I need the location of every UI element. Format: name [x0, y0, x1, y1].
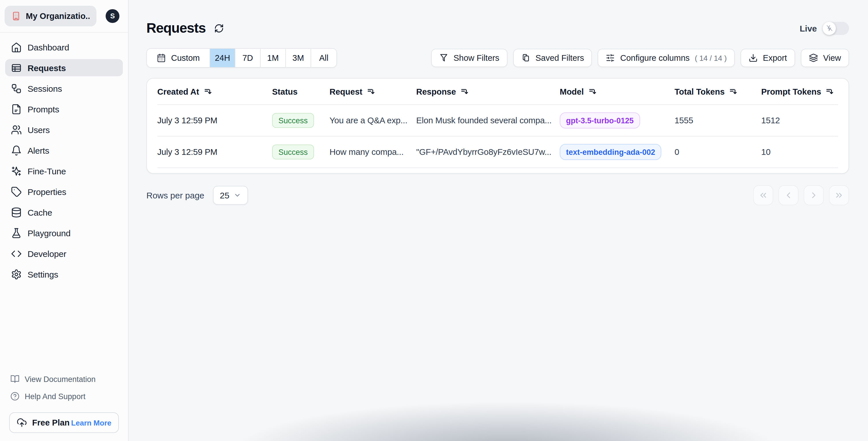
- org-switcher-button[interactable]: My Organizatio...: [5, 6, 96, 26]
- table-icon: [10, 62, 22, 73]
- help-and-support-link[interactable]: Help And Support: [5, 389, 123, 403]
- sidebar-item-users[interactable]: Users: [5, 121, 123, 138]
- column-header-status[interactable]: Status: [272, 87, 330, 96]
- total-tokens-cell: 1555: [675, 116, 761, 125]
- bell-icon: [10, 144, 22, 156]
- table-row[interactable]: July 3 12:59 PM Success You are a Q&A ex…: [147, 105, 848, 136]
- column-label: Created At: [157, 87, 199, 96]
- building-icon: [11, 11, 21, 21]
- sidebar-item-label: Sessions: [28, 83, 62, 93]
- sidebar-nav: Dashboard Requests Sessions Prompts User…: [0, 33, 128, 286]
- column-label: Prompt Tokens: [761, 87, 821, 96]
- response-cell: Elon Musk founded several compa...: [416, 116, 560, 125]
- view-documentation-link[interactable]: View Documentation: [5, 372, 123, 386]
- live-control: Live: [800, 22, 849, 35]
- app: My Organizatio... S Dashboard Requests S…: [0, 0, 868, 441]
- book-open-icon: [10, 374, 20, 384]
- file-icon: [10, 103, 22, 115]
- sidebar-item-label: Users: [28, 125, 50, 134]
- sidebar-item-playground[interactable]: Playground: [5, 224, 123, 241]
- flask-icon: [10, 227, 22, 239]
- sidebar-item-prompts[interactable]: Prompts: [5, 100, 123, 117]
- view-button[interactable]: View: [801, 49, 849, 67]
- help-circle-icon: [10, 392, 20, 401]
- sidebar-item-settings[interactable]: Settings: [5, 266, 123, 283]
- learn-more-link[interactable]: Learn More: [71, 418, 112, 427]
- sidebar-item-label: Playground: [28, 228, 71, 238]
- sidebar-item-label: Alerts: [28, 145, 50, 155]
- cloud-upload-icon: [17, 417, 27, 428]
- sidebar-item-cache[interactable]: Cache: [5, 204, 123, 221]
- status-badge: Success: [272, 113, 314, 128]
- time-range-7d[interactable]: 7D: [236, 49, 260, 67]
- time-range-control: Custom 24H 7D 1M 3M All: [146, 48, 337, 68]
- status-cell: Success: [272, 113, 330, 128]
- sidebar-item-developer[interactable]: Developer: [5, 245, 123, 262]
- first-page-button[interactable]: [753, 185, 773, 205]
- created-at-cell: July 3 12:59 PM: [157, 147, 272, 157]
- org-row: My Organizatio... S: [0, 0, 128, 33]
- sidebar-item-alerts[interactable]: Alerts: [5, 142, 123, 159]
- column-label: Total Tokens: [675, 87, 725, 96]
- time-range-all[interactable]: All: [311, 49, 336, 67]
- sidebar-item-label: Fine-Tune: [28, 166, 66, 176]
- show-filters-button[interactable]: Show Filters: [431, 49, 507, 67]
- column-label: Response: [416, 87, 456, 96]
- sort-icon: [204, 88, 212, 96]
- chevron-left-icon: [784, 191, 794, 200]
- column-header-response[interactable]: Response: [416, 87, 560, 96]
- download-icon: [749, 53, 758, 63]
- column-header-request[interactable]: Request: [330, 87, 416, 96]
- sidebar-item-dashboard[interactable]: Dashboard: [5, 38, 123, 56]
- sidebar-item-label: Developer: [28, 248, 66, 258]
- table-row[interactable]: July 3 12:59 PM Success How many compa..…: [147, 136, 848, 167]
- funnel-icon: [439, 53, 448, 63]
- configure-columns-button[interactable]: Configure columns ( 14 / 14 ): [598, 49, 735, 67]
- sidebar-item-fine-tune[interactable]: Fine-Tune: [5, 162, 123, 179]
- sidebar-item-label: Cache: [28, 207, 52, 217]
- calendar-icon: [157, 53, 166, 63]
- code-icon: [10, 248, 22, 259]
- toolbar-actions: Show Filters Saved Filters Configure col…: [431, 49, 849, 67]
- avatar[interactable]: S: [105, 9, 119, 23]
- time-range-24h[interactable]: 24H: [210, 49, 236, 67]
- sort-icon: [461, 88, 469, 96]
- live-toggle[interactable]: [823, 22, 849, 35]
- sidebar-item-requests[interactable]: Requests: [5, 59, 123, 76]
- column-header-prompt-tokens[interactable]: Prompt Tokens: [761, 87, 838, 96]
- previous-page-button[interactable]: [778, 185, 799, 205]
- column-header-model[interactable]: Model: [560, 87, 675, 96]
- column-header-created-at[interactable]: Created At: [157, 87, 272, 96]
- time-range-1m[interactable]: 1M: [260, 49, 286, 67]
- export-button[interactable]: Export: [741, 49, 795, 67]
- gear-icon: [10, 268, 22, 280]
- time-range-label: Custom: [171, 53, 200, 63]
- sidebar-item-sessions[interactable]: Sessions: [5, 80, 123, 97]
- prompt-tokens-cell: 1512: [761, 116, 838, 125]
- saved-filters-button[interactable]: Saved Filters: [513, 49, 592, 67]
- total-tokens-cell: 0: [675, 147, 761, 157]
- view-documentation-label: View Documentation: [25, 375, 96, 383]
- last-page-button[interactable]: [829, 185, 849, 205]
- rows-per-page-select[interactable]: 25: [213, 186, 248, 205]
- column-label: Model: [560, 87, 584, 96]
- column-header-total-tokens[interactable]: Total Tokens: [675, 87, 761, 96]
- request-cell: How many compa...: [330, 147, 416, 157]
- prompt-tokens-cell: 10: [761, 147, 838, 157]
- sort-icon: [588, 88, 596, 96]
- rows-per-page-label: Rows per page: [146, 191, 205, 200]
- sidebar-item-label: Dashboard: [28, 42, 69, 52]
- time-range-custom[interactable]: Custom: [147, 49, 210, 67]
- sidebar-item-properties[interactable]: Properties: [5, 183, 123, 200]
- next-page-button[interactable]: [804, 185, 824, 205]
- sidebar-item-label: Requests: [28, 63, 66, 72]
- refresh-button[interactable]: [214, 23, 224, 33]
- time-range-3m[interactable]: 3M: [286, 49, 311, 67]
- org-name: My Organizatio...: [26, 11, 90, 21]
- database-icon: [10, 206, 22, 218]
- rows-per-page-value: 25: [220, 191, 229, 200]
- export-label: Export: [763, 53, 787, 63]
- model-cell: text-embedding-ada-002: [560, 144, 675, 160]
- free-plan-card[interactable]: Free Plan Learn More: [9, 412, 119, 433]
- refresh-icon: [214, 23, 224, 33]
